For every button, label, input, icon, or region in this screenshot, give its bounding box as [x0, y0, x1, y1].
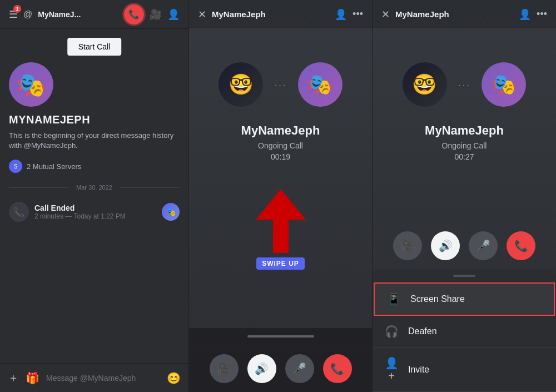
add-friend-icon[interactable]: 👤: [167, 8, 180, 21]
caller-avatar-glasses: 🤓: [219, 62, 263, 107]
gift-icon[interactable]: 🎁: [26, 371, 39, 385]
call-body-2: 🤓 ··· 🎭 MyNameJeph Ongoing Call 00:19 SW…: [189, 29, 372, 328]
deafen-item[interactable]: 🎧 Deafen: [373, 316, 556, 348]
hamburger-icon[interactable]: ☰: [9, 9, 18, 20]
arrow-up-icon: [256, 189, 306, 220]
more-icon[interactable]: •••: [353, 8, 363, 20]
panel2-header: ✕ MyNameJeph 👤 •••: [189, 0, 372, 29]
video-ctrl-btn-3[interactable]: 🎥: [393, 231, 422, 260]
call-username-2: MyNameJeph: [241, 123, 320, 138]
more-icon-3[interactable]: •••: [537, 8, 547, 20]
mutual-servers: S 2 Mutual Servers: [9, 160, 81, 173]
bottom-bar-2: [189, 328, 372, 345]
screen-share-label: Screen Share: [410, 294, 465, 304]
end-call-btn[interactable]: 📞: [323, 354, 352, 383]
mic-ctrl-btn-3[interactable]: 🎤: [469, 231, 498, 260]
avatars-row-2: 🤓 ··· 🎭: [219, 62, 342, 107]
call-timer-3: 00:27: [454, 152, 474, 161]
call-controls-2: 🎥 🔊 🎤 📞: [189, 345, 372, 392]
caller-avatar-glasses-3: 🤓: [403, 62, 447, 107]
swipe-up-badge: SWIPE UP: [256, 257, 305, 270]
screen-share-icon: 📱: [386, 292, 401, 306]
caller-avatar-3-2: 🎭: [481, 62, 526, 107]
caller-avatar-3-1: 🤓: [403, 62, 447, 107]
menu-handle: [373, 269, 556, 282]
speaker-ctrl-btn-3[interactable]: 🔊: [431, 231, 460, 260]
mutual-server-avatar: S: [9, 160, 22, 173]
caller-avatar-1: 🤓: [219, 62, 263, 107]
at-symbol: @: [23, 9, 32, 19]
mutual-servers-label: 2 Mutual Servers: [27, 162, 81, 171]
date-separator: Mar 30, 2022: [9, 184, 180, 191]
panel1-content: 🎭 MYNAMEJEPH This is the beginning of yo…: [0, 51, 188, 363]
call-status-2: Ongoing Call: [258, 141, 303, 150]
notification-dot: ☰: [9, 8, 18, 21]
caller-avatar-purple: 🎭: [298, 62, 342, 107]
call-panel-3: ✕ MyNameJeph 👤 ••• 🤓 ··· 🎭 MyNameJeph On…: [373, 0, 556, 392]
date-text: Mar 30, 2022: [76, 184, 112, 191]
user-avatar: 🎭: [9, 62, 53, 107]
panel1-header-username: MyNameJ...: [38, 10, 118, 19]
call-ended-time: 2 minutes — Today at 1:22 PM: [34, 212, 156, 220]
video-ctrl-btn[interactable]: 🎥: [210, 354, 239, 383]
call-panel-2: ✕ MyNameJeph 👤 ••• 🤓 ··· 🎭 MyNameJeph On…: [189, 0, 373, 392]
dots-separator-3: ···: [458, 62, 471, 107]
phone-ring-icon[interactable]: 📞: [124, 4, 144, 24]
back-icon-3[interactable]: ✕: [381, 8, 390, 21]
panel1-header: ☰ @ MyNameJ... 📞 🎥 👤: [0, 0, 188, 29]
caller-avatar-2: 🎭: [298, 62, 342, 107]
caller-avatar-purple-3: 🎭: [481, 62, 526, 107]
chat-panel: ☰ @ MyNameJ... 📞 🎥 👤 Start Call 🎭 MYNAME…: [0, 0, 189, 392]
panel3-header: ✕ MyNameJeph 👤 •••: [373, 0, 556, 29]
person-icon[interactable]: 👤: [335, 8, 347, 21]
bottom-menu: 📱 Screen Share 🎧 Deafen 👤+ Invite: [373, 269, 556, 392]
call-controls-3: 🎥 🔊 🎤 📞: [373, 222, 556, 269]
call-ended-title: Call Ended: [34, 204, 156, 212]
call-status-3: Ongoing Call: [442, 141, 487, 150]
call-ended-icon: 📞: [9, 202, 29, 222]
panel3-header-username: MyNameJeph: [395, 9, 513, 19]
screen-share-item[interactable]: 📱 Screen Share: [374, 282, 555, 316]
invite-icon: 👤+: [384, 356, 399, 383]
deafen-label: Deafen: [408, 326, 437, 336]
emoji-icon[interactable]: 😊: [167, 371, 181, 385]
back-icon[interactable]: ✕: [198, 8, 206, 21]
call-timer-2: 00:19: [271, 152, 290, 161]
speaker-ctrl-btn[interactable]: 🔊: [247, 354, 276, 383]
deafen-icon: 🎧: [384, 325, 399, 338]
arrow-stem: [273, 220, 289, 253]
person-icon-3[interactable]: 👤: [519, 8, 531, 21]
end-call-btn-3[interactable]: 📞: [507, 231, 535, 260]
panel2-header-username: MyNameJeph: [212, 9, 329, 19]
home-indicator: [247, 335, 314, 338]
user-description: This is the beginning of your direct mes…: [9, 131, 180, 151]
call-username-3: MyNameJeph: [425, 123, 504, 138]
handle-bar: [453, 275, 475, 277]
call-ended-message: 📞 Call Ended 2 minutes — Today at 1:22 P…: [9, 197, 180, 226]
invite-item[interactable]: 👤+ Invite: [373, 348, 556, 392]
video-icon[interactable]: 🎥: [150, 8, 162, 21]
dots-separator: ···: [274, 62, 287, 107]
call-ended-user-avatar: 🎭: [162, 203, 180, 221]
call-body-3: 🤓 ··· 🎭 MyNameJeph Ongoing Call 00:27: [373, 29, 556, 222]
call-ended-text: Call Ended 2 minutes — Today at 1:22 PM: [34, 204, 156, 220]
message-input[interactable]: [46, 374, 160, 383]
invite-label: Invite: [408, 365, 429, 375]
avatars-row-3: 🤓 ··· 🎭: [403, 62, 527, 107]
plus-icon[interactable]: ＋: [8, 370, 19, 385]
message-input-bar: ＋ 🎁 😊: [0, 363, 188, 392]
swipe-up-container: SWIPE UP: [256, 189, 306, 270]
start-call-button[interactable]: Start Call: [67, 38, 122, 56]
mic-ctrl-btn[interactable]: 🎤: [285, 354, 314, 383]
user-display-name: MYNAMEJEPH: [9, 113, 90, 126]
